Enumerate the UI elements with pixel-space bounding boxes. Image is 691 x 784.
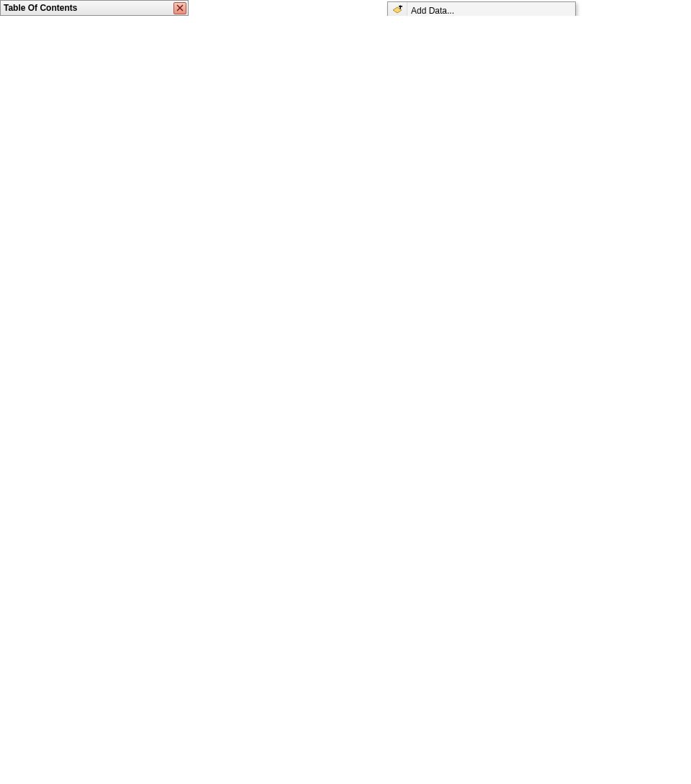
menu-label: Add Data...: [407, 6, 575, 16]
add-data-icon: [388, 2, 407, 16]
svg-rect-46: [400, 6, 402, 9]
toc-close-button[interactable]: [173, 2, 186, 14]
toc-titlebar: Table Of Contents: [0, 0, 189, 16]
frame-menu-add-data[interactable]: Add Data...: [388, 2, 575, 16]
dataframe-context-menu: Add Data...New Group LayerNew Basemap La…: [387, 1, 576, 16]
toc-title: Table Of Contents: [4, 3, 77, 13]
